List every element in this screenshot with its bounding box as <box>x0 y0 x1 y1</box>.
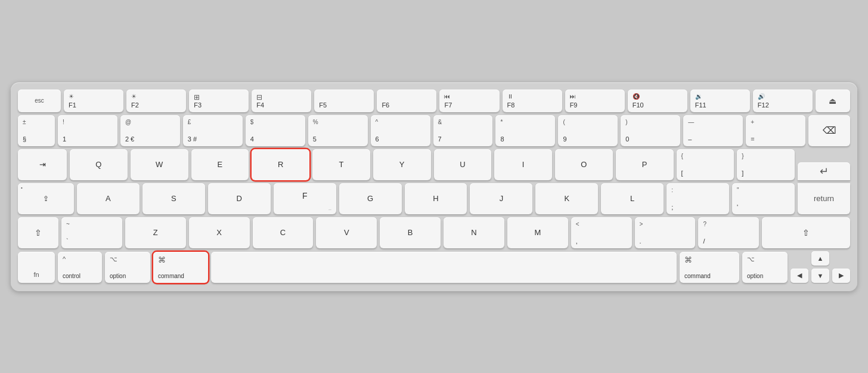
key-backtick[interactable]: ~` <box>61 217 122 248</box>
key-j[interactable]: J <box>470 183 532 214</box>
key-u[interactable]: U <box>434 149 492 180</box>
key-f2[interactable]: ☀F2 <box>126 90 186 112</box>
key-f11[interactable]: 🔉F11 <box>690 90 750 112</box>
key-return-top[interactable]: ↵ <box>798 162 850 180</box>
key-f8[interactable]: ⏸F8 <box>503 90 562 112</box>
key-esc[interactable]: esc <box>18 90 61 112</box>
key-f9[interactable]: ⏭F9 <box>565 90 625 112</box>
key-g[interactable]: G <box>339 183 402 214</box>
key-w[interactable]: W <box>131 149 188 180</box>
key-command-right[interactable]: ⌘ command <box>680 252 739 283</box>
key-bracket-l[interactable]: {[ <box>677 149 734 180</box>
key-m[interactable]: M <box>507 217 568 248</box>
key-caps-lock[interactable]: • ⇪ <box>18 183 74 214</box>
key-period[interactable]: >. <box>635 217 696 248</box>
key-comma[interactable]: <, <box>571 217 632 248</box>
key-option-left[interactable]: ⌥ option <box>105 252 150 283</box>
fn-row: esc ☀︎F1 ☀F2 ⊞F3 ⊟F4 F5 F6 ⏮F7 ⏸F8 ⏭F9 <box>18 90 850 112</box>
key-l[interactable]: L <box>601 183 664 214</box>
key-space[interactable] <box>211 252 677 283</box>
key-eject[interactable]: ⏏ <box>816 90 850 112</box>
key-p[interactable]: P <box>616 149 674 180</box>
key-b[interactable]: B <box>380 217 441 248</box>
caps-row: • ⇪ A S D F_ G H J K L :; <box>18 183 850 214</box>
key-backspace[interactable]: ⌫ <box>808 115 850 146</box>
key-return-bottom[interactable]: return <box>798 183 850 214</box>
key-command-left[interactable]: ⌘ command <box>153 252 208 283</box>
key-f7[interactable]: ⏮F7 <box>439 90 499 112</box>
key-f10[interactable]: 🔇F10 <box>628 90 687 112</box>
key-arrow-right[interactable]: ▶ <box>832 269 850 283</box>
tab-row: ⇥ Q W E R T Y U I O P {[ <box>18 149 850 180</box>
key-arrow-down[interactable]: ▼ <box>811 269 829 283</box>
key-tab[interactable]: ⇥ <box>18 149 67 180</box>
key-n[interactable]: N <box>444 217 504 248</box>
key-o[interactable]: O <box>555 149 613 180</box>
key-shift-left[interactable]: ⇧ <box>18 217 58 248</box>
key-5[interactable]: %5 <box>308 115 368 146</box>
key-a[interactable]: A <box>77 183 140 214</box>
key-quote[interactable]: "' <box>732 183 795 214</box>
key-minus[interactable]: —– <box>683 115 743 146</box>
bottom-row: fn ^ control ⌥ option ⌘ command <box>18 251 850 283</box>
key-c[interactable]: C <box>253 217 314 248</box>
key-fn[interactable]: fn <box>18 252 55 283</box>
key-7[interactable]: &7 <box>433 115 493 146</box>
key-arrow-left[interactable]: ◀ <box>790 269 808 283</box>
key-f5[interactable]: F5 <box>314 90 374 112</box>
key-3[interactable]: £3 # <box>183 115 243 146</box>
key-semicolon[interactable]: :; <box>666 183 729 214</box>
key-x[interactable]: X <box>189 217 250 248</box>
arrow-empty <box>790 251 808 266</box>
key-t[interactable]: T <box>312 149 370 180</box>
key-z[interactable]: Z <box>125 217 186 248</box>
key-f[interactable]: F_ <box>274 183 336 214</box>
key-4[interactable]: $4 <box>246 115 305 146</box>
key-9[interactable]: (9 <box>558 115 618 146</box>
key-i[interactable]: I <box>494 149 552 180</box>
key-8[interactable]: *8 <box>495 115 555 146</box>
key-bracket-r[interactable]: }] <box>737 149 795 180</box>
key-option-right[interactable]: ⌥ option <box>742 252 788 283</box>
arrow-cluster: ▲ ◀ ▼ ▶ <box>790 251 850 283</box>
key-control[interactable]: ^ control <box>58 252 102 283</box>
keyboard: esc ☀︎F1 ☀F2 ⊞F3 ⊟F4 F5 F6 ⏮F7 ⏸F8 ⏭F9 <box>11 82 857 291</box>
key-f6[interactable]: F6 <box>377 90 436 112</box>
key-1[interactable]: !1 <box>58 115 117 146</box>
key-arrow-up[interactable]: ▲ <box>811 251 829 266</box>
key-f1[interactable]: ☀︎F1 <box>64 90 123 112</box>
key-f4[interactable]: ⊟F4 <box>252 90 311 112</box>
key-0[interactable]: )0 <box>621 115 680 146</box>
key-e[interactable]: E <box>191 149 249 180</box>
key-slash[interactable]: ?/ <box>698 217 759 248</box>
key-q[interactable]: Q <box>70 149 128 180</box>
key-r[interactable]: R <box>252 149 309 180</box>
key-s[interactable]: S <box>142 183 205 214</box>
key-d[interactable]: D <box>208 183 271 214</box>
key-v[interactable]: V <box>316 217 377 248</box>
arrow-empty2 <box>832 251 850 266</box>
key-2[interactable]: @2 € <box>120 115 180 146</box>
key-f12[interactable]: 🔊F12 <box>753 90 813 112</box>
key-f3[interactable]: ⊞F3 <box>189 90 249 112</box>
key-equal[interactable]: += <box>746 115 805 146</box>
number-row: ±§ !1 @2 € £3 # $4 %5 ^6 &7 *8 (9 )0 <box>18 115 850 146</box>
shift-row: ⇧ ~` Z X C V B N M <, >. <box>18 217 850 248</box>
key-h[interactable]: H <box>405 183 467 214</box>
key-y[interactable]: Y <box>373 149 431 180</box>
key-6[interactable]: ^6 <box>371 115 430 146</box>
key-k[interactable]: K <box>535 183 598 214</box>
return-wrapper: ↵ <box>798 162 850 180</box>
key-grave[interactable]: ±§ <box>18 115 55 146</box>
key-shift-right[interactable]: ⇧ <box>762 217 850 248</box>
